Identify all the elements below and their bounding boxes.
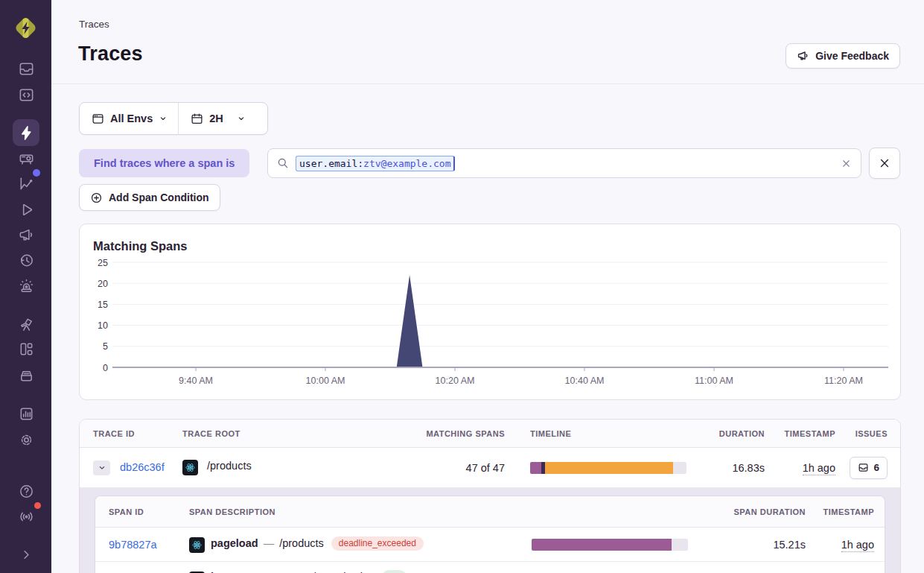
chevron-down-icon <box>159 114 168 123</box>
sidebar-item-insights[interactable] <box>13 170 39 197</box>
col-span-id: Span ID <box>95 507 189 516</box>
help-icon <box>18 483 35 500</box>
trace-timeline-bar <box>530 462 686 474</box>
dash-separator: — <box>258 537 280 549</box>
token-key: user.email: <box>299 158 363 169</box>
svg-text:10:40 AM: 10:40 AM <box>565 376 605 386</box>
search-filter-token[interactable]: user.email:ztv@example.com <box>296 156 455 171</box>
sentry-logo[interactable] <box>12 14 39 42</box>
chart-title: Matching Spans <box>93 239 188 253</box>
trace-timestamp: 1h ago <box>803 462 835 475</box>
x-icon <box>879 157 890 169</box>
add-span-condition-label: Add Span Condition <box>109 191 209 203</box>
chart-line-icon <box>18 175 35 192</box>
sidebar-item-alerts[interactable] <box>13 272 39 299</box>
find-traces-label: Find traces where a span is <box>79 149 249 177</box>
spans-table: Span ID Span Description Span Duration T… <box>95 496 885 573</box>
give-feedback-label: Give Feedback <box>815 50 889 62</box>
lightning-icon <box>18 124 35 142</box>
telescope-icon <box>18 316 35 333</box>
sidebar-item-stats[interactable] <box>13 400 39 427</box>
trace-duration: 16.83s <box>694 462 765 474</box>
plus-circle-icon <box>90 191 103 204</box>
span-duration: 15.21s <box>688 539 806 551</box>
date-range-filter[interactable]: 2H <box>179 103 256 134</box>
megaphone-icon <box>18 227 35 244</box>
sidebar-collapse-button[interactable] <box>13 541 39 568</box>
span-row[interactable]: 9b78827a pageload—/productsdeadline_exce… <box>95 528 885 562</box>
span-search-input[interactable]: user.email:ztv@example.com <box>267 148 861 178</box>
svg-text:9:40 AM: 9:40 AM <box>179 376 213 386</box>
traces-table: Trace ID Trace Root Matching Spans Timel… <box>79 419 901 573</box>
clear-search-icon[interactable] <box>841 158 852 169</box>
calendar-icon <box>191 113 203 125</box>
play-icon <box>18 201 35 218</box>
span-id-link[interactable]: 9b78827a <box>109 539 157 551</box>
sidebar-item-feedback[interactable] <box>13 221 39 248</box>
spans-table-header: Span ID Span Description Span Duration T… <box>95 496 885 528</box>
page-header: Traces Traces Give Feedback <box>51 0 924 84</box>
sidebar-item-discover[interactable] <box>13 311 39 338</box>
date-range-label: 2H <box>209 113 223 124</box>
insights-notification-dot <box>33 169 40 177</box>
trace-root-label: /products <box>207 460 252 472</box>
window-icon <box>92 113 104 125</box>
sidebar-item-traces[interactable] <box>13 119 39 146</box>
matching-spans-count: 47 of 47 <box>417 462 505 474</box>
sidebar-item-dashboards[interactable] <box>13 145 39 171</box>
svg-text:10:20 AM: 10:20 AM <box>436 376 475 386</box>
col-timeline: Timeline <box>505 429 694 438</box>
span-description: /products <box>279 537 324 549</box>
remove-condition-button[interactable] <box>869 148 900 179</box>
span-status-badge: ok <box>382 570 407 573</box>
inbox-icon <box>18 60 35 77</box>
history-clock-icon <box>18 252 35 269</box>
col-trace-id: Trace ID <box>80 429 173 438</box>
add-span-condition-button[interactable]: Add Span Condition <box>79 184 220 211</box>
sidebar-item-projects[interactable] <box>13 81 39 108</box>
chevron-down-icon <box>98 463 106 472</box>
svg-text:25: 25 <box>98 259 108 268</box>
trace-row[interactable]: db26c36f /products 47 of 47 16.83s 1h ag… <box>80 448 900 488</box>
layout-grid-icon <box>18 341 35 358</box>
give-feedback-button[interactable]: Give Feedback <box>786 43 900 69</box>
expanded-trace-section: Span ID Span Description Span Duration T… <box>80 488 900 573</box>
sidebar-item-settings[interactable] <box>13 426 39 453</box>
svg-text:5: 5 <box>103 341 108 352</box>
bar-chart-icon <box>18 405 35 422</box>
span-row[interactable]: b7a7e441 http.server—GET /organizationok… <box>95 562 885 573</box>
gear-icon <box>18 431 35 449</box>
react-platform-icon <box>189 537 205 553</box>
sidebar-item-releases[interactable] <box>13 247 39 273</box>
sidebar-item-archives[interactable] <box>13 361 39 388</box>
col-span-duration: Span Duration <box>688 507 806 516</box>
sidebar-item-components[interactable] <box>13 335 39 362</box>
archive-box-icon <box>18 367 35 384</box>
sidebar <box>0 0 51 573</box>
breadcrumb[interactable]: Traces <box>79 19 109 30</box>
col-trace-root: Trace Root <box>173 429 417 438</box>
page-title: Traces <box>78 42 143 66</box>
chevron-right-icon <box>18 546 35 563</box>
trace-id-link[interactable]: db26c36f <box>120 460 165 472</box>
svg-text:10: 10 <box>98 320 108 331</box>
token-value: ztv@example.com <box>363 158 450 169</box>
whats-new-notification-dot <box>33 501 42 510</box>
sidebar-item-whats-new[interactable] <box>13 502 39 529</box>
col-timestamp: Timestamp <box>765 429 835 438</box>
sidebar-item-replays[interactable] <box>13 196 39 223</box>
environment-filter[interactable]: All Envs <box>80 103 178 134</box>
trace-issues-count: 6 <box>873 462 879 473</box>
span-op: pageload <box>211 537 258 549</box>
search-icon <box>277 157 289 169</box>
sidebar-item-issues[interactable] <box>13 55 39 82</box>
projector-icon <box>18 150 35 167</box>
chevron-down-icon <box>237 114 246 123</box>
matching-spans-chart[interactable]: 05101520259:40 AM10:00 AM10:20 AM10:40 A… <box>80 259 900 396</box>
main-content: Traces Traces Give Feedback All Envs 2H … <box>51 0 924 573</box>
trace-issues-button[interactable]: 6 <box>850 457 888 479</box>
svg-text:11:20 AM: 11:20 AM <box>824 376 863 386</box>
broadcast-icon <box>18 507 35 525</box>
collapse-trace-button[interactable] <box>93 460 110 475</box>
col-duration: Duration <box>694 429 765 438</box>
